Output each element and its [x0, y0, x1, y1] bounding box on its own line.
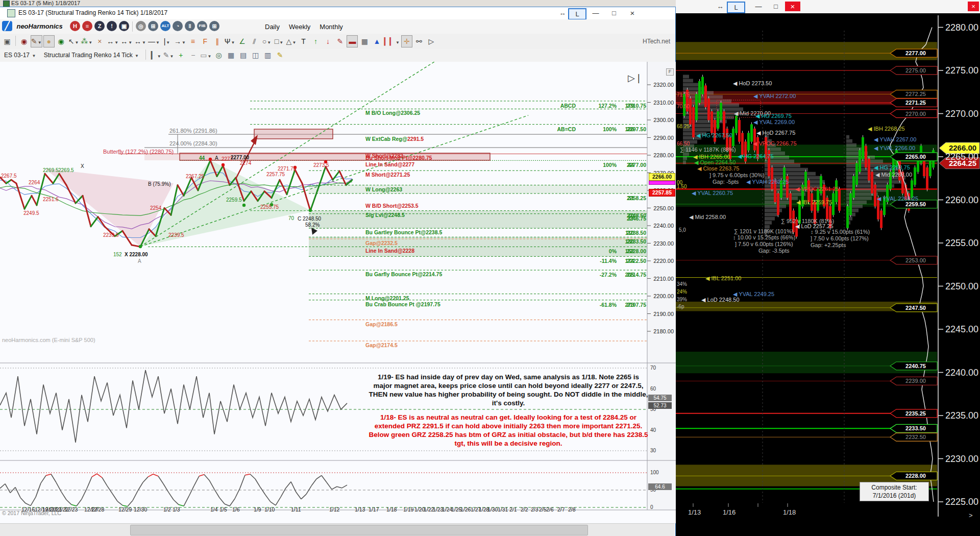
toolbar-button[interactable]: ◉: [18, 35, 30, 47]
toolbar-button[interactable]: ✎: [275, 49, 286, 61]
toolbar-button[interactable]: +: [175, 49, 186, 61]
restore-icon[interactable]: ↔: [558, 8, 567, 18]
toolbar-button[interactable]: ✛: [401, 35, 412, 47]
toolbar-button[interactable]: H: [70, 21, 80, 31]
restore-icon[interactable]: ↔: [716, 2, 725, 11]
svg-text:2232.50: 2232.50: [905, 434, 926, 440]
brand-label: neoHarmonics: [16, 22, 62, 30]
scrollbar-thumb[interactable]: [130, 525, 588, 535]
toolbar-button[interactable]: ▎▎▼: [383, 35, 400, 47]
profile-titlebar[interactable]: ↔ L — □ × ×: [676, 0, 980, 14]
toolbar-button[interactable]: Z: [94, 21, 105, 31]
toolbar-button[interactable]: ◉: [56, 35, 67, 47]
toolbar-button[interactable]: ⫽: [249, 35, 260, 47]
toolbar-button[interactable]: ▣: [2, 35, 13, 47]
toolbar-button[interactable]: ▬: [347, 35, 358, 47]
svg-text:2260.00: 2260.00: [945, 195, 978, 205]
toolbar-button[interactable]: ↑: [310, 35, 321, 47]
date-label: 2/3: [531, 506, 538, 513]
svg-text:2225.00: 2225.00: [945, 497, 978, 507]
maximize-button[interactable]: □: [606, 8, 622, 18]
toolbar-button[interactable]: ▷: [426, 35, 437, 47]
toolbar-button[interactable]: ≡: [82, 21, 92, 31]
toolbar-button[interactable]: ●: [43, 35, 55, 47]
toolbar-button[interactable]: ▎▼: [151, 49, 162, 61]
toolbar-button[interactable]: △▼: [285, 35, 297, 47]
toolbar-button[interactable]: ✎▼: [31, 35, 42, 47]
toolbar-button[interactable]: ⚯: [413, 35, 425, 47]
maximize-button[interactable]: □: [769, 2, 783, 11]
link-button[interactable]: L: [727, 2, 745, 13]
menu-daily[interactable]: Daily: [265, 23, 280, 31]
instrument-select[interactable]: ES 03-17 ▼: [4, 49, 36, 62]
close-button[interactable]: ×: [625, 8, 640, 18]
svg-text:2266.00: 2266.00: [949, 143, 976, 152]
toolbar-button[interactable]: ▦: [226, 49, 237, 61]
svg-text:2240.00: 2240.00: [945, 368, 978, 378]
toolbar-button[interactable]: ⊞: [209, 21, 219, 31]
date-axis[interactable]: 12/1612/1912/2012/2112/2212/2312/2712/28…: [0, 504, 647, 520]
toolbar-button[interactable]: !: [107, 21, 117, 31]
toolbar-button[interactable]: ◫: [250, 49, 261, 61]
toolbar-drawing: ▣◉✎▼●◉↖▼⁂▼×↔▼↔▼↔▼—▼|▼→▼≡F∥Ψ▼∠⫽○▼□▼△▼T↑↓✎…: [0, 34, 675, 50]
periodicity-menus: DailyWeeklyMonthly: [260, 22, 348, 31]
toolbar-button[interactable]: ◔: [173, 21, 183, 31]
toolbar-button[interactable]: ▲: [371, 35, 382, 47]
menu-monthly[interactable]: Monthly: [320, 23, 343, 31]
close-icon[interactable]: ×: [968, 2, 979, 11]
toolbar-button[interactable]: −: [187, 49, 199, 61]
renko-chart[interactable]: [0, 62, 676, 523]
toolbar-button[interactable]: →▼: [174, 35, 186, 47]
svg-text:2265.00: 2265.00: [945, 152, 978, 162]
toolbar-button[interactable]: ◎: [213, 49, 225, 61]
main-titlebar[interactable]: ES 03-17 (Structural Trading Renko 14 Ti…: [0, 7, 675, 19]
toolbar-button[interactable]: ≡: [187, 35, 199, 47]
close-button[interactable]: ×: [785, 2, 800, 11]
toolbar-button[interactable]: T: [298, 35, 309, 47]
svg-text:2270.00: 2270.00: [945, 109, 978, 119]
toolbar-button[interactable]: —▼: [148, 35, 160, 47]
toolbar-button[interactable]: ↓: [322, 35, 333, 47]
menu-weekly[interactable]: Weekly: [289, 23, 310, 31]
minimize-button[interactable]: —: [588, 8, 603, 18]
toolbar-button[interactable]: ✎▼: [163, 49, 175, 61]
htech-label: HTech.net: [643, 38, 670, 45]
main-window-title: ES 03-17 (Structural Trading Renko 14 Ti…: [18, 9, 167, 16]
toolbar-button[interactable]: ✎: [334, 35, 346, 47]
toolbar-button[interactable]: ∠: [236, 35, 248, 47]
toolbar-button[interactable]: ▭▼: [200, 49, 212, 61]
series-select[interactable]: Structural Trading Renko 14 Tick ▼: [44, 49, 139, 62]
background-window-icon: [3, 1, 10, 7]
toolbar-button[interactable]: ‖: [185, 21, 195, 31]
svg-text:2228.00: 2228.00: [905, 473, 926, 479]
date-label: 12/29: [118, 506, 132, 513]
toolbar-button[interactable]: |▼: [161, 35, 173, 47]
toolbar-button[interactable]: ↔▼: [120, 35, 133, 47]
toolbar-button[interactable]: ○▼: [261, 35, 272, 47]
toolbar-button[interactable]: ▤: [238, 49, 249, 61]
toolbar-button[interactable]: ◎: [136, 21, 146, 31]
toolbar-button[interactable]: Ψ▼: [224, 35, 236, 47]
toolbar-button[interactable]: ↖▼: [68, 35, 80, 47]
toolbar-button[interactable]: ×: [94, 35, 105, 47]
toolbar-button[interactable]: ▥: [262, 49, 274, 61]
date-label: 1/5: [219, 506, 227, 513]
toolbar-button[interactable]: ∥: [212, 35, 223, 47]
profile-chart[interactable]: 2277.002275.002272.252271.252270.002265.…: [676, 13, 980, 536]
date-label: 1/13: [355, 506, 365, 513]
toolbar-button[interactable]: ⁂▼: [80, 35, 93, 47]
toolbar-button[interactable]: ↔▼: [106, 35, 119, 47]
link-button[interactable]: L: [568, 8, 586, 20]
toolbar-button[interactable]: ↔▼: [134, 35, 146, 47]
toolbar-button[interactable]: □▼: [273, 35, 284, 47]
horizontal-scrollbar[interactable]: [0, 523, 675, 536]
toolbar-button[interactable]: FIB: [197, 21, 207, 31]
drawing-tools: ▣◉✎▼●◉↖▼⁂▼×↔▼↔▼↔▼—▼|▼→▼≡F∥Ψ▼∠⫽○▼□▼△▼T↑↓✎…: [1, 35, 437, 47]
toolbar-button[interactable]: F: [200, 35, 211, 47]
toolbar-button[interactable]: ALT: [160, 21, 170, 31]
background-window-titlebar[interactable]: ES 03-17 (5 Min) 1/18/2017: [0, 0, 676, 7]
toolbar-button[interactable]: ⊞: [148, 21, 158, 31]
toolbar-button[interactable]: ▣: [119, 21, 129, 31]
toolbar-button[interactable]: ▦: [359, 35, 370, 47]
minimize-button[interactable]: —: [751, 2, 766, 11]
